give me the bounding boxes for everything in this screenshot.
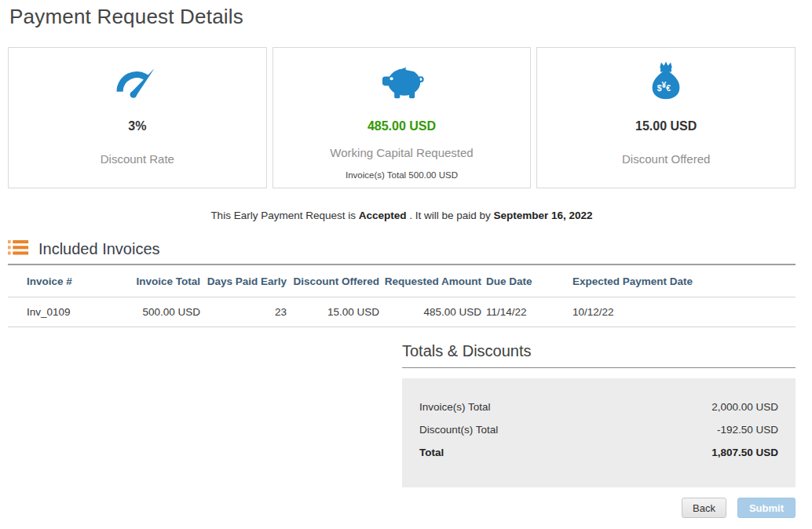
summary-card-discount-rate: 3% Discount Rate — [8, 47, 267, 188]
totals-box: Invoice(s) Total 2,000.00 USD Discount(s… — [402, 378, 796, 487]
totals-label: Total — [419, 447, 444, 458]
cell-invoice-total: 500.00 USD — [122, 297, 200, 327]
column-header-invoice-total: Invoice Total — [122, 265, 200, 297]
column-header-invoice-number: Invoice # — [8, 265, 122, 297]
status-paid-by-date: September 16, 2022 — [494, 210, 593, 221]
page-title: Payment Request Details — [9, 5, 796, 29]
column-header-due-date: Due Date — [481, 265, 568, 297]
summary-card-discount-offered: $¥€ 15.00 USD Discount Offered — [536, 47, 796, 188]
cell-requested-amount: 485.00 USD — [379, 297, 481, 327]
totals-row-discounts-total: Discount(s) Total -192.50 USD — [419, 424, 778, 436]
working-capital-label: Working Capital Requested — [273, 146, 531, 159]
column-header-discount-offered: Discount Offered — [287, 265, 379, 297]
totals-row-grand-total: Total 1,807.50 USD — [419, 447, 778, 458]
cell-expected-payment-date: 10/12/22 — [568, 297, 796, 327]
included-invoices-table: Invoice # Invoice Total Days Paid Early … — [8, 265, 796, 327]
status-middle: . It will be paid by — [406, 210, 493, 221]
cell-due-date: 11/14/22 — [481, 297, 568, 327]
summary-cards-row: 3% Discount Rate 485.00 USD Working Capi… — [8, 47, 796, 188]
totals-label: Discount(s) Total — [419, 424, 498, 436]
discount-offered-label: Discount Offered — [537, 152, 795, 166]
submit-button[interactable]: Submit — [737, 498, 796, 518]
column-header-days-paid-early: Days Paid Early — [200, 265, 287, 297]
working-capital-value: 485.00 USD — [273, 119, 531, 133]
totals-value: 2,000.00 USD — [711, 401, 778, 413]
totals-value: -192.50 USD — [717, 424, 778, 436]
cell-days-paid-early: 23 — [200, 297, 287, 327]
footer-buttons: Back Submit — [8, 498, 796, 518]
cell-discount-offered: 15.00 USD — [287, 297, 379, 327]
back-button[interactable]: Back — [682, 498, 726, 518]
invoice-row: Inv_0109 500.00 USD 23 15.00 USD 485.00 … — [8, 297, 796, 327]
totals-and-discounts-section: Totals & Discounts Invoice(s) Total 2,00… — [402, 342, 796, 487]
gauge-icon — [9, 57, 266, 103]
status-value: Accepted — [359, 210, 407, 221]
included-invoices-title: Included Invoices — [38, 240, 160, 258]
discount-rate-value: 3% — [9, 119, 266, 133]
status-prefix: This Early Payment Request is — [210, 210, 358, 221]
column-header-requested-amount: Requested Amount — [379, 265, 481, 297]
included-invoices-header: Included Invoices — [8, 239, 796, 259]
totals-label: Invoice(s) Total — [419, 401, 491, 413]
money-bag-icon: $¥€ — [537, 57, 795, 103]
working-capital-sub-note: Invoice(s) Total 500.00 USD — [273, 170, 531, 180]
cell-invoice-number: Inv_0109 — [8, 297, 122, 327]
totals-divider — [402, 367, 796, 368]
discount-offered-value: 15.00 USD — [537, 119, 795, 133]
summary-card-working-capital: 485.00 USD Working Capital Requested Inv… — [272, 47, 532, 188]
payment-request-details-page: Payment Request Details 3% Discount Rate — [0, 5, 812, 518]
totals-row-invoices-total: Invoice(s) Total 2,000.00 USD — [419, 401, 778, 413]
totals-value: 1,807.50 USD — [711, 447, 778, 458]
status-line: This Early Payment Request is Accepted .… — [8, 210, 796, 221]
table-header-row: Invoice # Invoice Total Days Paid Early … — [8, 265, 796, 297]
discount-rate-label: Discount Rate — [9, 152, 266, 166]
piggy-bank-icon — [273, 57, 531, 103]
list-icon — [8, 239, 29, 259]
column-header-expected-payment-date: Expected Payment Date — [568, 265, 796, 297]
totals-title: Totals & Discounts — [402, 342, 796, 360]
